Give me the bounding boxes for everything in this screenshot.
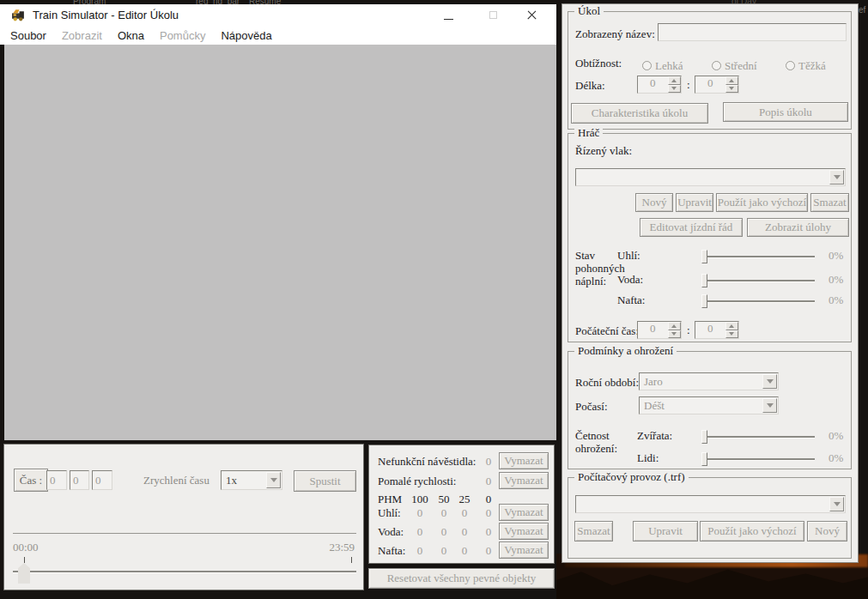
season-value: Jaro [644,375,663,389]
people-slider[interactable] [701,458,815,460]
people-slider-label: Lidi: [637,451,659,465]
coal-value: 0 [408,506,432,520]
new-train-button[interactable]: Nový [635,193,673,212]
timeline-slider[interactable] [13,571,356,572]
menu-soubor[interactable]: Soubor [3,29,54,42]
diesel-slider[interactable] [701,300,815,302]
spin-down-button[interactable] [668,330,681,339]
time-seconds-input[interactable] [92,470,112,490]
slow-speeds-label: Pomalé rychlosti: [378,475,456,488]
time-hours-input[interactable] [46,470,67,490]
group-provoz: Počítačový provoz (.trf) Smazat Upravit … [568,477,852,559]
divider [13,533,356,534]
water-slider[interactable] [701,280,815,281]
characteristics-button[interactable]: Charakteristika úkolu [571,103,708,124]
diesel-value: 0 [452,544,476,558]
show-tasks-button[interactable]: Zobrazit úlohy [747,218,849,237]
arrow-down-icon [671,87,677,90]
animals-slider[interactable] [701,436,815,438]
radio-lehka[interactable]: Lehká [642,57,683,73]
spin-up-button[interactable] [668,76,681,85]
length-label: Délka: [575,79,605,93]
group-ukol: Úkol Zobrazený název: Obtížnost: Lehká S… [568,11,852,130]
spin-up-button[interactable] [725,76,738,85]
radio-stredni[interactable]: Střední [712,57,757,73]
train-dropdown-button[interactable] [829,170,844,185]
editor-canvas[interactable] [4,45,556,440]
season-dropdown-button[interactable] [762,374,777,389]
time-minutes-input[interactable] [70,470,89,490]
coal-slider-thumb[interactable] [701,250,707,263]
radio-tezka[interactable]: Těžká [786,57,826,73]
maximize-button[interactable] [477,4,510,26]
menu-zobrazit[interactable]: Zobrazit [54,29,110,42]
timeline-start-label: 00:00 [13,541,39,554]
spin-up-button[interactable] [668,322,681,330]
cas-button[interactable]: Čas : [14,469,48,492]
coal-value: 0 [452,506,476,520]
spin-up-button[interactable] [725,322,738,330]
spin-down-button[interactable] [668,85,681,94]
weather-select[interactable]: Déšt [639,396,779,414]
length-minutes-spinner[interactable]: 0 [695,76,739,94]
animals-slider-thumb[interactable] [701,430,707,444]
timeline-tick [351,557,352,563]
display-name-input[interactable] [658,23,847,41]
clear-water-button[interactable]: Vymazat [499,523,549,540]
menu-pomucky[interactable]: Pomůcky [152,29,213,42]
reset-objects-button[interactable]: Resetovat všechny pevné objekty [368,568,555,589]
speed-select[interactable]: 1x [221,470,282,490]
difficulty-label: Obtížnost: [575,57,622,70]
threat-label-line1: Četnost [575,429,610,443]
people-percent: 0% [829,451,843,465]
length-hours-value: 0 [638,76,668,93]
use-default-traffic-button[interactable]: Použít jako výchozí [700,521,804,542]
clear-signals-button[interactable]: Vymazat [499,452,549,469]
description-button[interactable]: Popis úkolu [723,102,848,122]
group-hrac: Hráč Řízený vlak: Nový Upravit Použít ja… [568,133,852,342]
timeline-slider-thumb[interactable] [18,563,30,584]
timeline-tick [24,557,25,563]
fuel-state-label-line1: Stav [575,249,595,263]
minimize-button[interactable] [433,4,465,26]
speed-dropdown-button[interactable] [266,472,281,488]
clear-coal-button[interactable]: Vymazat [499,504,549,521]
diesel-slider-thumb[interactable] [701,294,707,308]
water-percent: 0% [829,273,843,287]
traffic-select[interactable] [575,495,846,513]
group-provoz-title: Počítačový provoz (.trf) [574,470,689,484]
use-default-train-button[interactable]: Použít jako výchozí [716,193,808,212]
minimize-icon [444,19,453,20]
phm-header-label: PHM [378,493,402,506]
group-podminky-title: Podmínky a ohrožení [574,344,677,358]
length-hours-spinner[interactable]: 0 [637,76,682,94]
clear-slow-speeds-button[interactable]: Vymazat [499,472,549,489]
start-minutes-spinner[interactable]: 0 [695,321,739,339]
window-titlebar: Train Simulator - Editor Úkolu [0,4,556,26]
controlled-train-label: Řízený vlak: [575,144,632,158]
spin-down-button[interactable] [725,330,738,339]
controlled-train-select[interactable] [575,168,846,186]
water-label: Voda: [378,525,404,539]
new-traffic-button[interactable]: Nový [807,521,847,542]
menu-napoveda[interactable]: Nápověda [213,29,279,42]
edit-timetable-button[interactable]: Editovat jízdní řád [640,218,743,237]
water-value: 0 [452,525,476,539]
weather-dropdown-button[interactable] [762,398,777,413]
delete-train-button[interactable]: Smazat [810,193,849,212]
edit-traffic-button[interactable]: Upravit [633,521,698,542]
start-hours-spinner[interactable]: 0 [637,321,682,339]
start-button[interactable]: Spustit [294,470,356,492]
spin-down-button[interactable] [725,85,738,94]
delete-traffic-button[interactable]: Smazat [574,521,613,542]
people-slider-thumb[interactable] [701,452,707,466]
menu-okna[interactable]: Okna [110,29,152,42]
traffic-dropdown-button[interactable] [829,497,844,511]
clear-diesel-button[interactable]: Vymazat [499,542,549,559]
edit-train-button[interactable]: Upravit [676,193,713,212]
task-editor-sidebar: Úkol Zobrazený název: Obtížnost: Lehká S… [561,3,859,563]
coal-slider[interactable] [701,256,815,257]
season-select[interactable]: Jaro [639,372,779,390]
close-button[interactable] [515,4,548,26]
water-slider-thumb[interactable] [701,274,707,287]
